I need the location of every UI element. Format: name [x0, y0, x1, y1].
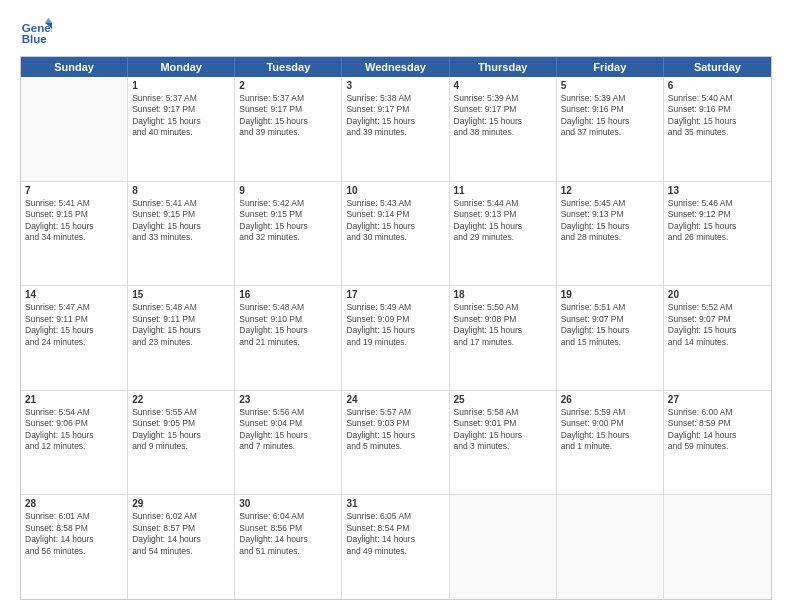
cell-line: Daylight: 15 hours — [561, 430, 659, 441]
cell-line: Daylight: 14 hours — [132, 534, 230, 545]
calendar-day-21: 21Sunrise: 5:54 AMSunset: 9:06 PMDayligh… — [21, 391, 128, 495]
cell-line: Sunrise: 5:57 AM — [346, 407, 444, 418]
calendar-day-16: 16Sunrise: 5:48 AMSunset: 9:10 PMDayligh… — [235, 286, 342, 390]
cell-line: Sunset: 9:16 PM — [668, 104, 767, 115]
cell-line: Daylight: 15 hours — [239, 325, 337, 336]
cell-line: Daylight: 15 hours — [346, 325, 444, 336]
cell-line: Sunrise: 5:51 AM — [561, 302, 659, 313]
cell-line: and 17 minutes. — [454, 337, 552, 348]
cell-line: and 5 minutes. — [346, 441, 444, 452]
cell-line: Daylight: 15 hours — [239, 221, 337, 232]
day-number: 7 — [25, 185, 123, 196]
cell-line: and 9 minutes. — [132, 441, 230, 452]
cell-line: and 3 minutes. — [454, 441, 552, 452]
cell-line: Sunset: 9:14 PM — [346, 209, 444, 220]
day-number: 19 — [561, 289, 659, 300]
calendar-day-4: 4Sunrise: 5:39 AMSunset: 9:17 PMDaylight… — [450, 77, 557, 181]
cell-line: Daylight: 15 hours — [668, 221, 767, 232]
cell-line: Sunrise: 5:41 AM — [25, 198, 123, 209]
cell-line: Daylight: 15 hours — [132, 221, 230, 232]
calendar-day-10: 10Sunrise: 5:43 AMSunset: 9:14 PMDayligh… — [342, 182, 449, 286]
calendar: SundayMondayTuesdayWednesdayThursdayFrid… — [20, 56, 772, 600]
cell-line: Daylight: 15 hours — [561, 325, 659, 336]
cell-line: Sunset: 9:09 PM — [346, 314, 444, 325]
calendar-week-1: 1Sunrise: 5:37 AMSunset: 9:17 PMDaylight… — [21, 77, 771, 182]
cell-line: and 7 minutes. — [239, 441, 337, 452]
day-number: 3 — [346, 80, 444, 91]
cell-line: Daylight: 15 hours — [25, 430, 123, 441]
calendar-day-13: 13Sunrise: 5:46 AMSunset: 9:12 PMDayligh… — [664, 182, 771, 286]
cell-line: Sunset: 8:54 PM — [346, 523, 444, 534]
cell-line: and 29 minutes. — [454, 232, 552, 243]
cell-line: and 33 minutes. — [132, 232, 230, 243]
calendar-day-7: 7Sunrise: 5:41 AMSunset: 9:15 PMDaylight… — [21, 182, 128, 286]
cell-line: Sunset: 9:07 PM — [668, 314, 767, 325]
calendar-day-24: 24Sunrise: 5:57 AMSunset: 9:03 PMDayligh… — [342, 391, 449, 495]
calendar-day-15: 15Sunrise: 5:48 AMSunset: 9:11 PMDayligh… — [128, 286, 235, 390]
cell-line: Sunrise: 5:37 AM — [132, 93, 230, 104]
cell-line: Daylight: 15 hours — [346, 430, 444, 441]
day-number: 13 — [668, 185, 767, 196]
cell-line: Sunrise: 5:43 AM — [346, 198, 444, 209]
cell-line: and 14 minutes. — [668, 337, 767, 348]
cell-line: Daylight: 15 hours — [454, 116, 552, 127]
cell-line: Sunset: 9:06 PM — [25, 418, 123, 429]
cell-line: Daylight: 15 hours — [239, 116, 337, 127]
cell-line: Sunrise: 6:04 AM — [239, 511, 337, 522]
cell-line: Sunrise: 5:38 AM — [346, 93, 444, 104]
cell-line: Sunrise: 5:52 AM — [668, 302, 767, 313]
cell-line: Sunrise: 6:02 AM — [132, 511, 230, 522]
cell-line: and 54 minutes. — [132, 546, 230, 557]
calendar-day-19: 19Sunrise: 5:51 AMSunset: 9:07 PMDayligh… — [557, 286, 664, 390]
day-number: 20 — [668, 289, 767, 300]
day-header-friday: Friday — [557, 57, 664, 77]
calendar-day-27: 27Sunrise: 6:00 AMSunset: 8:59 PMDayligh… — [664, 391, 771, 495]
cell-line: Daylight: 14 hours — [346, 534, 444, 545]
cell-line: and 38 minutes. — [454, 127, 552, 138]
cell-line: Daylight: 15 hours — [25, 325, 123, 336]
cell-line: Sunset: 9:03 PM — [346, 418, 444, 429]
day-header-monday: Monday — [128, 57, 235, 77]
cell-line: and 28 minutes. — [561, 232, 659, 243]
cell-line: and 24 minutes. — [25, 337, 123, 348]
calendar-day-23: 23Sunrise: 5:56 AMSunset: 9:04 PMDayligh… — [235, 391, 342, 495]
cell-line: Sunrise: 5:48 AM — [239, 302, 337, 313]
cell-line: Sunset: 9:00 PM — [561, 418, 659, 429]
cell-line: Sunrise: 5:39 AM — [561, 93, 659, 104]
day-number: 31 — [346, 498, 444, 509]
cell-line: Sunset: 8:56 PM — [239, 523, 337, 534]
calendar-header: SundayMondayTuesdayWednesdayThursdayFrid… — [21, 57, 771, 77]
cell-line: Sunrise: 5:48 AM — [132, 302, 230, 313]
day-number: 26 — [561, 394, 659, 405]
day-number: 17 — [346, 289, 444, 300]
calendar-day-2: 2Sunrise: 5:37 AMSunset: 9:17 PMDaylight… — [235, 77, 342, 181]
calendar-day-empty — [21, 77, 128, 181]
cell-line: and 1 minute. — [561, 441, 659, 452]
day-number: 16 — [239, 289, 337, 300]
day-number: 18 — [454, 289, 552, 300]
day-number: 27 — [668, 394, 767, 405]
calendar-day-6: 6Sunrise: 5:40 AMSunset: 9:16 PMDaylight… — [664, 77, 771, 181]
calendar-day-25: 25Sunrise: 5:58 AMSunset: 9:01 PMDayligh… — [450, 391, 557, 495]
header: General Blue — [20, 16, 772, 48]
cell-line: Daylight: 15 hours — [454, 430, 552, 441]
day-number: 1 — [132, 80, 230, 91]
cell-line: Daylight: 15 hours — [668, 116, 767, 127]
calendar-day-26: 26Sunrise: 5:59 AMSunset: 9:00 PMDayligh… — [557, 391, 664, 495]
day-number: 2 — [239, 80, 337, 91]
calendar-day-empty — [450, 495, 557, 599]
cell-line: and 23 minutes. — [132, 337, 230, 348]
cell-line: Sunset: 9:11 PM — [25, 314, 123, 325]
calendar-day-8: 8Sunrise: 5:41 AMSunset: 9:15 PMDaylight… — [128, 182, 235, 286]
cell-line: Sunset: 9:15 PM — [132, 209, 230, 220]
cell-line: Sunset: 8:58 PM — [25, 523, 123, 534]
cell-line: Sunrise: 5:56 AM — [239, 407, 337, 418]
cell-line: and 56 minutes. — [25, 546, 123, 557]
cell-line: Daylight: 15 hours — [346, 116, 444, 127]
calendar-week-3: 14Sunrise: 5:47 AMSunset: 9:11 PMDayligh… — [21, 286, 771, 391]
cell-line: Sunset: 9:01 PM — [454, 418, 552, 429]
cell-line: Daylight: 15 hours — [239, 430, 337, 441]
logo-icon: General Blue — [20, 16, 52, 48]
cell-line: and 40 minutes. — [132, 127, 230, 138]
cell-line: Sunrise: 5:41 AM — [132, 198, 230, 209]
